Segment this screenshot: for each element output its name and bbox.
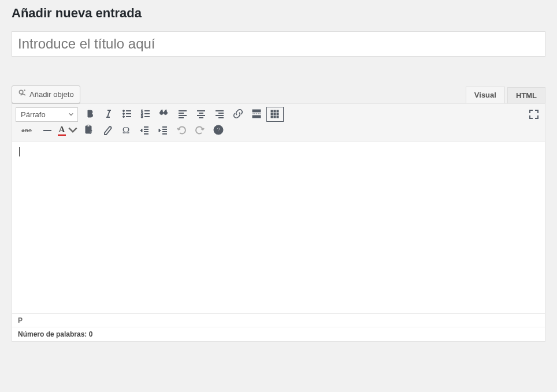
special-char-icon: Ω	[122, 125, 130, 136]
undo-button[interactable]	[173, 123, 190, 138]
italic-button[interactable]	[100, 107, 117, 122]
svg-rect-15	[271, 116, 273, 118]
strikethrough-icon: ABЄ	[21, 128, 32, 133]
textcolor-icon: A	[58, 125, 66, 136]
bold-icon	[84, 108, 96, 121]
numbered-list-icon: 123	[140, 108, 151, 121]
toolbar-toggle-icon	[269, 108, 281, 121]
svg-rect-10	[274, 110, 276, 112]
link-icon	[232, 108, 244, 121]
svg-point-3	[123, 115, 125, 117]
svg-text:3: 3	[141, 115, 143, 118]
link-button[interactable]	[229, 107, 247, 122]
editor-container: Párrafo 123	[12, 103, 545, 342]
textcolor-button[interactable]: A	[57, 123, 79, 138]
paste-text-icon: T	[83, 124, 95, 137]
align-left-button[interactable]	[174, 107, 191, 122]
indent-button[interactable]	[154, 123, 172, 138]
page-title: Añadir nueva entrada	[12, 6, 545, 21]
indent-icon	[157, 124, 169, 137]
redo-icon	[194, 124, 206, 137]
svg-rect-17	[277, 116, 278, 118]
add-media-label: Añadir objeto	[29, 90, 74, 99]
italic-icon	[103, 108, 114, 121]
align-right-button[interactable]	[211, 107, 228, 122]
svg-rect-12	[271, 113, 273, 115]
redo-button[interactable]	[191, 123, 209, 138]
text-cursor	[19, 147, 20, 156]
svg-rect-9	[271, 110, 273, 112]
special-char-button[interactable]: Ω	[117, 123, 135, 138]
svg-text:?: ?	[217, 126, 221, 133]
fullscreen-icon	[528, 109, 540, 122]
strikethrough-button[interactable]: ABЄ	[16, 123, 38, 138]
svg-rect-16	[274, 116, 276, 118]
svg-point-0	[19, 90, 23, 94]
paste-text-button[interactable]: T	[80, 123, 98, 138]
clear-format-icon	[102, 124, 113, 137]
add-media-button[interactable]: Añadir objeto	[12, 85, 80, 103]
editor-toolbar: Párrafo 123	[12, 104, 545, 141]
hr-icon	[43, 130, 51, 131]
chevron-down-icon	[68, 110, 74, 119]
readmore-icon	[251, 108, 262, 121]
blockquote-button[interactable]	[155, 107, 173, 122]
blockquote-icon	[158, 108, 170, 121]
svg-point-2	[123, 113, 125, 114]
numbered-list-button[interactable]: 123	[137, 107, 154, 122]
word-count-value: 0	[89, 330, 93, 338]
svg-rect-11	[277, 110, 278, 112]
media-icon	[18, 89, 27, 100]
word-count-label: Número de palabras:	[18, 330, 89, 338]
format-select-value: Párrafo	[21, 110, 46, 119]
svg-rect-13	[274, 113, 276, 115]
post-title-input[interactable]	[12, 31, 545, 57]
help-icon: ?	[213, 124, 224, 137]
editor-status-bar: Número de palabras: 0	[12, 327, 545, 341]
svg-rect-19	[87, 125, 90, 126]
editor-tabs: Visual HTML	[463, 87, 545, 103]
chevron-down-icon	[67, 124, 79, 137]
editor-element-path: P	[12, 313, 545, 327]
readmore-button[interactable]	[248, 107, 265, 122]
undo-icon	[176, 124, 187, 137]
align-center-icon	[195, 108, 207, 121]
svg-text:T: T	[89, 129, 92, 135]
align-left-icon	[177, 108, 188, 121]
align-right-icon	[214, 108, 225, 121]
outdent-icon	[139, 124, 150, 137]
bullet-list-button[interactable]	[118, 107, 136, 122]
svg-rect-7	[252, 110, 261, 112]
help-button[interactable]: ?	[210, 123, 227, 138]
tab-visual[interactable]: Visual	[466, 87, 505, 103]
outdent-button[interactable]	[136, 123, 153, 138]
svg-rect-8	[252, 115, 261, 118]
bold-button[interactable]	[81, 107, 99, 122]
svg-point-1	[123, 110, 125, 111]
editor-content-area[interactable]	[12, 141, 545, 313]
clear-format-button[interactable]	[99, 123, 116, 138]
bullet-list-icon	[121, 108, 133, 121]
format-select[interactable]: Párrafo	[16, 107, 78, 122]
svg-rect-14	[277, 113, 278, 115]
distraction-free-button[interactable]	[526, 107, 541, 122]
align-center-button[interactable]	[192, 107, 210, 122]
hr-button[interactable]	[39, 123, 56, 138]
toolbar-toggle-button[interactable]	[266, 107, 284, 122]
tab-html[interactable]: HTML	[507, 87, 545, 103]
